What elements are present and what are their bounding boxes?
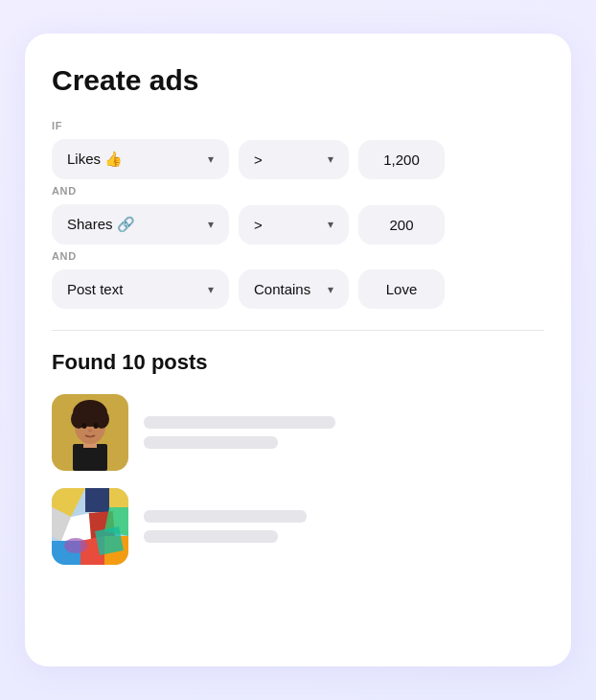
- svg-rect-16: [109, 488, 128, 507]
- field-select-1[interactable]: Likes 👍 ▾: [52, 139, 229, 179]
- condition-row-2: Shares 🔗 ▾ > ▾ 200: [52, 204, 544, 245]
- post-item-1: [52, 394, 544, 471]
- svg-point-12: [88, 430, 92, 432]
- post-line-2a: [144, 510, 307, 523]
- operator-label-2: >: [254, 217, 263, 233]
- svg-rect-15: [85, 488, 109, 512]
- operator-label-3: Contains: [254, 281, 310, 297]
- post-line-1b: [144, 436, 278, 449]
- chevron-icon-1: ▾: [208, 152, 214, 166]
- svg-point-10: [82, 423, 87, 429]
- woman-image: [52, 394, 128, 471]
- field-label-2: Shares 🔗: [67, 216, 135, 233]
- svg-point-9: [81, 404, 99, 415]
- chevron-icon-2: ▾: [208, 218, 214, 231]
- value-field-2[interactable]: 200: [358, 205, 445, 245]
- operator-select-2[interactable]: > ▾: [239, 205, 349, 245]
- post-item-2: [52, 488, 544, 565]
- field-label-1: Likes 👍: [67, 151, 123, 168]
- operator-label-1: >: [254, 152, 263, 168]
- operator-select-1[interactable]: > ▾: [239, 140, 349, 179]
- post-line-2b: [144, 530, 278, 543]
- chevron-icon-op-2: ▾: [328, 218, 333, 231]
- operator-select-3[interactable]: Contains ▾: [239, 269, 349, 309]
- if-label: IF: [52, 120, 544, 131]
- post-lines-1: [144, 416, 335, 449]
- art-image: [52, 488, 128, 565]
- post-line-1a: [144, 416, 335, 429]
- chevron-icon-op-3: ▾: [328, 283, 333, 296]
- results-summary: Found 10 posts: [52, 350, 544, 375]
- value-field-3[interactable]: Love: [358, 269, 445, 309]
- condition-row-1: Likes 👍 ▾ > ▾ 1,200: [52, 139, 544, 179]
- main-card: Create ads IF Likes 👍 ▾ > ▾ 1,200 AND Sh…: [25, 34, 571, 666]
- svg-point-11: [94, 423, 99, 429]
- field-label-3: Post text: [67, 281, 123, 297]
- post-thumbnail-2: [52, 488, 128, 565]
- post-lines-2: [144, 510, 307, 543]
- post-thumbnail-1: [52, 394, 128, 471]
- value-field-1[interactable]: 1,200: [358, 140, 445, 179]
- field-select-3[interactable]: Post text ▾: [52, 269, 229, 309]
- svg-marker-25: [95, 526, 124, 555]
- svg-point-24: [64, 538, 87, 553]
- chevron-icon-3: ▾: [208, 283, 214, 296]
- svg-rect-1: [73, 444, 107, 471]
- divider: [52, 330, 544, 331]
- and-label-2: AND: [52, 250, 544, 262]
- chevron-icon-op-1: ▾: [328, 152, 333, 166]
- condition-row-3: Post text ▾ Contains ▾ Love: [52, 269, 544, 309]
- page-title: Create ads: [52, 64, 544, 97]
- and-label-1: AND: [52, 185, 544, 197]
- field-select-2[interactable]: Shares 🔗 ▾: [52, 204, 229, 245]
